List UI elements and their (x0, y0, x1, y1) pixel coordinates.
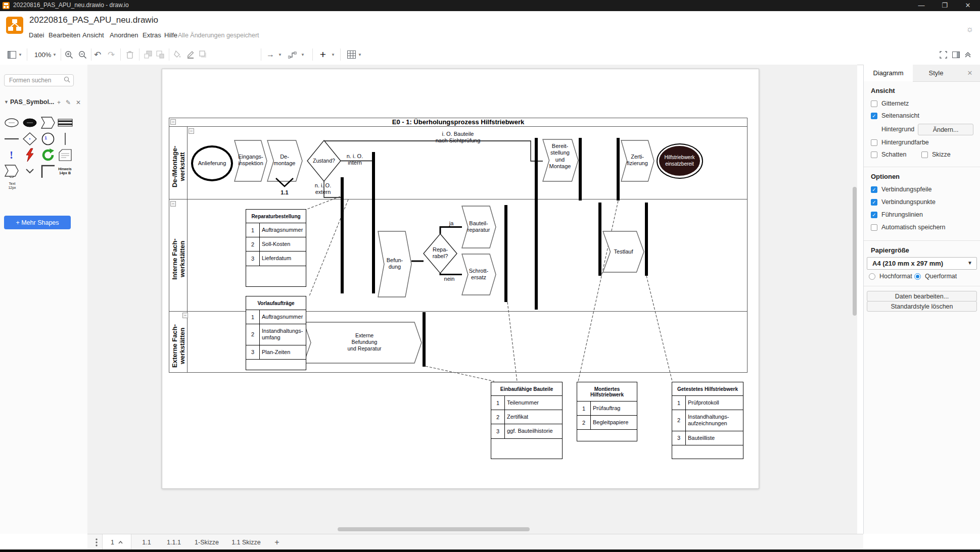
radio-querformat[interactable]: Querformat (914, 273, 957, 280)
tab-style[interactable]: Style (913, 65, 959, 82)
search-icon[interactable] (64, 76, 70, 83)
checkbox-verbindungspunkte[interactable]: Verbindungspunkte (871, 198, 936, 206)
shadow-icon[interactable] (198, 49, 209, 60)
paper-size-select[interactable]: A4 (210 mm x 297 mm) ▼ (867, 257, 977, 270)
checkbox-hintergrundfarbe[interactable]: Hintergrundfarbe (871, 139, 929, 146)
bauteilreparatur-label[interactable]: Bauteil- reparatur (464, 220, 493, 234)
table-reparaturbestellung[interactable]: Reparaturbestellung 1Auftragsnummer 2Sol… (246, 209, 306, 287)
testlauf-label[interactable]: Testlauf (604, 248, 643, 255)
to-back-icon[interactable] (155, 49, 166, 60)
more-shapes-button[interactable]: + Mehr Shapes (4, 216, 71, 229)
view-panels-caret-icon[interactable]: ▼ (18, 53, 22, 57)
menu-anordnen[interactable]: Anordnen (110, 31, 138, 39)
insert-caret-icon[interactable]: ▼ (331, 53, 335, 57)
befundung-label[interactable]: Befun- dung (380, 257, 410, 271)
section-add-icon[interactable]: + (57, 99, 61, 106)
nio-intern-label[interactable]: n. i. O. intern (343, 153, 366, 167)
delete-icon[interactable] (124, 49, 135, 60)
aendern-button[interactable]: Ändern... (918, 124, 973, 135)
page-tab-1[interactable]: 1 (102, 534, 131, 550)
pages-menu-icon[interactable] (91, 534, 102, 550)
end-ellipse-einsatzbereit[interactable]: Hilfstriebwerk einsatzbereit (657, 143, 703, 179)
shape-line[interactable] (3, 131, 20, 146)
checkbox-checked-icon[interactable] (871, 199, 877, 206)
waypoints-icon[interactable] (287, 49, 298, 60)
sync-bar[interactable] (341, 177, 344, 293)
tab-diagramm[interactable]: Diagramm (864, 65, 913, 81)
shape-section-header[interactable]: ▼ PAS_Symbol... + ✎ ✕ (0, 98, 87, 109)
table-montiertes-hilfstriebwerk[interactable]: Montiertes Hilfstriebwerk 1Prüfauftrag 2… (577, 382, 637, 441)
sync-bar[interactable] (645, 203, 648, 276)
shape-ellipse[interactable] (3, 115, 20, 130)
sync-bar[interactable] (504, 205, 507, 302)
table-icon[interactable] (346, 49, 357, 60)
shape-lightning[interactable] (21, 147, 38, 163)
demontage-label[interactable]: De- montage (269, 154, 300, 167)
to-front-icon[interactable] (143, 49, 154, 60)
shape-ellipse-filled[interactable] (21, 115, 38, 130)
table-einbaufaehige-bauteile[interactable]: Einbaufähige Bauteile 1Teilenummer 2Zert… (491, 382, 563, 459)
bereitstellung-label[interactable]: Bereit- stellung und Montage (544, 143, 576, 170)
menu-ansicht[interactable]: Ansicht (82, 31, 104, 39)
shape-text-label[interactable]: Text 12px (7, 182, 17, 190)
connection-caret-icon[interactable]: ▼ (278, 53, 282, 57)
shape-chevron-down[interactable] (21, 164, 38, 179)
radio-selected-icon[interactable] (914, 273, 921, 280)
checkbox-icon[interactable] (871, 152, 877, 158)
sync-bar[interactable] (535, 138, 538, 310)
vertical-scrollbar[interactable] (853, 187, 857, 316)
io-bauteile-label[interactable]: i. O. Bauteile nach Sichtprüfung (424, 131, 492, 144)
maximize-button[interactable]: ❐ (936, 0, 953, 11)
format-panel-toggle-icon[interactable] (950, 49, 961, 60)
radio-hochformat[interactable]: Hochformat (869, 273, 912, 280)
add-page-button[interactable]: + (269, 534, 285, 550)
zertifizierung-label[interactable]: Zerti- fizierung (622, 154, 652, 167)
sync-bar[interactable] (372, 152, 375, 293)
menu-hilfe[interactable]: Hilfe (164, 31, 177, 39)
shape-diamond[interactable] (21, 131, 38, 146)
start-ellipse-anlieferung[interactable]: Anlieferung (191, 145, 233, 181)
close-button[interactable]: ✕ (959, 0, 976, 11)
sync-bar[interactable] (423, 312, 426, 367)
minimize-button[interactable]: — (913, 0, 930, 11)
shape-step-2[interactable] (3, 164, 20, 179)
table-vorlaufauftraege[interactable]: Vorlaufaufträge 1Auftragsnummer 2Instand… (246, 296, 306, 370)
section-edit-icon[interactable]: ✎ (66, 99, 71, 106)
externe-befundung-label[interactable]: Externe Befundung und Reparatur (314, 332, 415, 352)
page-tab-1-skizze[interactable]: 1-Skizze (190, 534, 223, 550)
zoom-caret-icon[interactable]: ▼ (53, 53, 57, 57)
radio-icon[interactable] (869, 273, 875, 280)
table-caret-icon[interactable]: ▼ (358, 53, 362, 57)
shape-note[interactable] (57, 147, 73, 163)
checkbox-gitternetz[interactable]: Gitternetz (871, 100, 909, 107)
checkbox-icon[interactable] (921, 152, 928, 158)
checkbox-autospeichern[interactable]: Automatisch speichern (871, 224, 945, 231)
demontage-ref-label[interactable]: 1.1 (277, 189, 292, 196)
nein-label[interactable]: nein (440, 276, 458, 282)
page-tab-1-1[interactable]: 1.1 (135, 534, 158, 550)
search-input[interactable] (8, 76, 66, 84)
sync-bar[interactable] (617, 138, 620, 200)
menu-bearbeiten[interactable]: Bearbeiten (49, 31, 80, 39)
page-tab-1-1-skizze[interactable]: 1.1 Skizze (226, 534, 266, 550)
table-getestetes-hilfstriebwerk[interactable]: Getestetes Hilfstriebwerk 1Prüfprotokoll… (672, 382, 743, 459)
waypoints-caret-icon[interactable]: ▼ (301, 53, 305, 57)
checkbox-checked-icon[interactable] (871, 113, 877, 119)
nio-extern-label[interactable]: n. i. O. extern (311, 182, 335, 196)
zoom-out-icon[interactable] (77, 49, 88, 60)
ja-label[interactable]: ja (444, 220, 458, 227)
daten-bearbeiten-button[interactable]: Daten bearbeiten... (867, 291, 977, 302)
checkbox-icon[interactable] (871, 139, 877, 146)
insert-icon[interactable]: + (317, 49, 329, 60)
redo-icon[interactable]: ↷ (106, 49, 117, 60)
checkbox-skizze[interactable]: Skizze (921, 151, 951, 158)
canvas[interactable]: E0 - 1: Überholungsprozess Hilfstriebwer… (87, 65, 857, 534)
zoom-level-dropdown[interactable]: 100% (34, 51, 51, 59)
shape-numbered-circle[interactable]: 1 (39, 131, 56, 146)
checkbox-checked-icon[interactable] (871, 212, 877, 218)
shape-corner[interactable] (39, 164, 56, 179)
connection-style-icon[interactable]: → (265, 49, 276, 60)
sync-bar[interactable] (579, 138, 582, 200)
shape-striped-bar[interactable] (57, 115, 73, 130)
checkbox-icon[interactable] (871, 224, 877, 231)
